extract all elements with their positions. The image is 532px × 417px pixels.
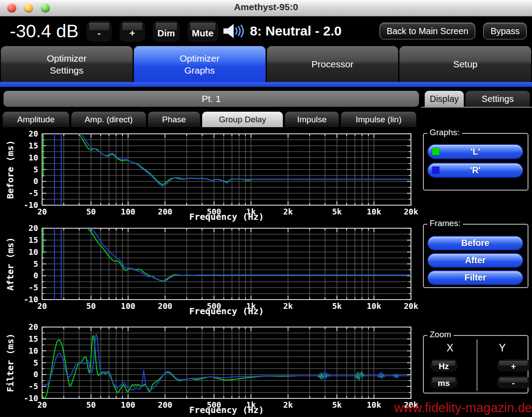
frame-filter-button[interactable]: Filter xyxy=(428,271,522,284)
measurement-point-bar[interactable]: Pt. 1 xyxy=(4,91,419,107)
frames-group: Frames: Before After Filter xyxy=(423,224,528,288)
svg-text:20k: 20k xyxy=(404,301,419,311)
svg-text:-5: -5 xyxy=(28,283,38,292)
svg-text:Frequency (Hz): Frequency (Hz) xyxy=(189,306,264,316)
after-group-delay-plot: 20151050-5-1020501002005001k2k5k10k20kFr… xyxy=(0,222,421,318)
channel-l-label: 'L' xyxy=(470,147,480,157)
svg-text:5: 5 xyxy=(33,259,38,269)
svg-text:Filter (ms): Filter (ms) xyxy=(5,333,16,392)
tab-impulse[interactable]: Impulse xyxy=(285,112,339,127)
svg-text:0: 0 xyxy=(33,370,38,379)
tab-amp-direct[interactable]: Amp. (direct) xyxy=(71,112,146,127)
zoom-group: Zoom X Y Hz ms + - xyxy=(423,335,528,394)
tab-label: Settings xyxy=(50,64,83,76)
graphs-pane: Pt. 1 Amplitude Amp. (direct) Phase Grou… xyxy=(0,87,421,417)
svg-text:10k: 10k xyxy=(367,301,381,311)
zoom-column-divider xyxy=(477,339,477,391)
channel-l-toggle-button[interactable]: 'L' xyxy=(428,145,522,158)
toolbar: -30.4 dB - + Dim Mute 8: Neutral - 2.0 B… xyxy=(0,16,532,46)
zoom-x-hz-button[interactable]: Hz xyxy=(430,359,458,371)
zoom-y-minus-button[interactable]: - xyxy=(497,376,530,388)
channel-l-color-swatch-icon xyxy=(432,148,439,155)
channel-r-label: 'R' xyxy=(470,165,481,175)
svg-text:-5: -5 xyxy=(28,382,38,391)
speaker-volume-icon xyxy=(223,23,244,39)
frames-group-legend: Frames: xyxy=(427,218,463,228)
svg-text:20k: 20k xyxy=(404,400,419,409)
svg-text:2k: 2k xyxy=(283,301,293,311)
app-window: Amethyst-95:0 -30.4 dB - + Dim Mute 8: N… xyxy=(0,0,532,417)
main-tab-bar: Optimizer Settings Optimizer Graphs Proc… xyxy=(0,46,532,82)
dim-button[interactable]: Dim xyxy=(153,21,180,42)
selected-tab-strip xyxy=(0,82,532,87)
svg-text:50: 50 xyxy=(86,400,96,409)
svg-text:10: 10 xyxy=(28,153,38,162)
tab-display[interactable]: Display xyxy=(425,91,464,107)
tab-group-delay[interactable]: Group Delay xyxy=(202,112,283,127)
window-title: Amethyst-95:0 xyxy=(0,2,532,12)
svg-text:200: 200 xyxy=(158,207,172,216)
svg-text:0: 0 xyxy=(33,271,38,280)
svg-text:5k: 5k xyxy=(332,301,342,311)
svg-text:50: 50 xyxy=(86,301,96,311)
zoom-y-axis-label: Y xyxy=(476,342,528,354)
before-group-delay-plot: 20151050-5-1020501002005001k2k5k10k20kFr… xyxy=(0,127,421,224)
svg-text:After (ms): After (ms) xyxy=(5,237,16,290)
svg-text:20k: 20k xyxy=(404,207,419,216)
preset-readout: 8: Neutral - 2.0 xyxy=(250,23,342,39)
svg-text:5k: 5k xyxy=(332,400,342,409)
svg-text:10k: 10k xyxy=(367,400,381,409)
tab-optimizer-settings[interactable]: Optimizer Settings xyxy=(1,46,133,82)
channel-r-color-swatch-icon xyxy=(432,167,439,174)
tab-processor[interactable]: Processor xyxy=(267,46,399,82)
bypass-button[interactable]: Bypass xyxy=(483,23,527,39)
filter-group-delay-plot: 20151050-5-1020501002005001k2k5k10k20kFr… xyxy=(0,320,421,417)
zoom-x-ms-button[interactable]: ms xyxy=(430,376,458,388)
tab-label: Optimizer xyxy=(180,52,219,64)
svg-text:-10: -10 xyxy=(23,394,38,403)
tab-phase[interactable]: Phase xyxy=(148,112,200,127)
svg-text:20: 20 xyxy=(37,207,47,216)
svg-text:100: 100 xyxy=(121,400,136,409)
svg-text:15: 15 xyxy=(28,141,38,150)
tab-label: Graphs xyxy=(184,64,215,76)
tab-impulse-lin[interactable]: Impulse (lin) xyxy=(341,112,416,127)
channel-r-toggle-button[interactable]: 'R' xyxy=(428,164,522,177)
svg-text:5k: 5k xyxy=(332,207,342,216)
svg-text:100: 100 xyxy=(121,207,136,216)
svg-text:20: 20 xyxy=(37,301,47,311)
volume-up-button[interactable]: + xyxy=(120,21,145,42)
svg-text:20: 20 xyxy=(28,223,38,233)
frame-after-button[interactable]: After xyxy=(428,254,522,267)
svg-text:20: 20 xyxy=(37,400,47,409)
tab-optimizer-graphs[interactable]: Optimizer Graphs xyxy=(134,46,266,82)
zoom-y-plus-button[interactable]: + xyxy=(497,359,530,371)
tab-setup[interactable]: Setup xyxy=(399,46,531,82)
tab-label: Setup xyxy=(453,58,477,70)
svg-text:200: 200 xyxy=(158,301,172,311)
svg-text:5: 5 xyxy=(33,165,38,174)
volume-down-button[interactable]: - xyxy=(86,21,112,42)
title-bar: Amethyst-95:0 xyxy=(0,0,532,16)
svg-text:200: 200 xyxy=(158,400,172,409)
svg-text:5: 5 xyxy=(33,358,38,367)
graph-type-tab-bar: Amplitude Amp. (direct) Phase Group Dela… xyxy=(3,112,419,127)
tab-label: Processor xyxy=(312,58,354,70)
tab-amplitude[interactable]: Amplitude xyxy=(3,112,69,127)
svg-text:50: 50 xyxy=(86,207,96,216)
back-to-main-screen-button[interactable]: Back to Main Screen xyxy=(379,23,476,39)
zoom-x-axis-label: X xyxy=(424,342,476,354)
svg-text:2k: 2k xyxy=(283,207,293,216)
tab-display-settings[interactable]: Settings xyxy=(466,91,530,107)
svg-text:-10: -10 xyxy=(23,295,38,304)
mute-button[interactable]: Mute xyxy=(188,21,218,42)
svg-text:Before (ms): Before (ms) xyxy=(5,140,16,199)
svg-text:-5: -5 xyxy=(28,188,38,198)
frame-before-button[interactable]: Before xyxy=(428,237,522,249)
svg-text:100: 100 xyxy=(121,301,136,311)
zoom-group-legend: Zoom xyxy=(427,330,454,339)
display-panel: Display Settings Graphs: 'L' 'R' Frames:… xyxy=(421,87,532,417)
svg-text:15: 15 xyxy=(28,235,38,245)
svg-text:Frequency (Hz): Frequency (Hz) xyxy=(189,211,264,222)
svg-text:15: 15 xyxy=(28,334,38,343)
